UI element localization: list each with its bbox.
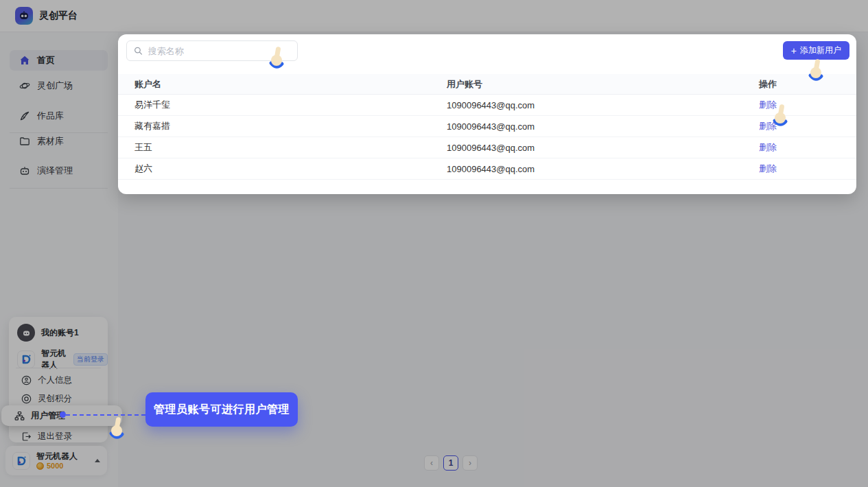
delete-link[interactable]: 删除 xyxy=(759,120,777,132)
search-icon xyxy=(134,46,143,56)
table-header-row: 账户名 用户账号 操作 xyxy=(118,74,856,95)
cell-account-name: 易洋千玺 xyxy=(134,99,447,111)
table-row: 赵六 1090096443@qq.com 删除 xyxy=(118,158,856,180)
tour-connector-dot xyxy=(60,412,66,418)
plus-icon: + xyxy=(791,46,797,56)
cell-account-id: 1090096443@qq.com xyxy=(447,164,759,174)
cell-account-id: 1090096443@qq.com xyxy=(447,121,759,132)
col-header-name: 账户名 xyxy=(134,78,447,91)
cell-account-name: 藏有嘉措 xyxy=(134,120,447,132)
cell-account-id: 1090096443@qq.com xyxy=(447,143,759,153)
tour-connector-line xyxy=(66,414,145,416)
search-input[interactable] xyxy=(148,46,290,56)
cell-account-name: 赵六 xyxy=(134,163,447,175)
table-row: 王五 1090096443@qq.com 删除 xyxy=(118,137,856,158)
table-row: 藏有嘉措 1090096443@qq.com 删除 xyxy=(118,116,856,137)
user-management-card: + 添加新用户 账户名 用户账号 操作 易洋千玺 1090096443@qq.c… xyxy=(118,34,856,194)
cell-account-name: 王五 xyxy=(134,141,447,154)
cell-account-id: 1090096443@qq.com xyxy=(447,100,759,110)
search-box[interactable] xyxy=(126,40,298,61)
user-table: 账户名 用户账号 操作 易洋千玺 1090096443@qq.com 删除 藏有… xyxy=(118,74,856,180)
add-user-button[interactable]: + 添加新用户 xyxy=(783,41,849,60)
delete-link[interactable]: 删除 xyxy=(759,99,777,111)
tour-tooltip: 管理员账号可进行用户管理 xyxy=(145,392,298,427)
delete-link[interactable]: 删除 xyxy=(759,163,777,175)
table-row: 易洋千玺 1090096443@qq.com 删除 xyxy=(118,95,856,116)
add-user-label: 添加新用户 xyxy=(800,45,841,56)
col-header-account: 用户账号 xyxy=(447,78,759,91)
delete-link[interactable]: 删除 xyxy=(759,141,777,154)
col-header-actions: 操作 xyxy=(759,78,856,91)
